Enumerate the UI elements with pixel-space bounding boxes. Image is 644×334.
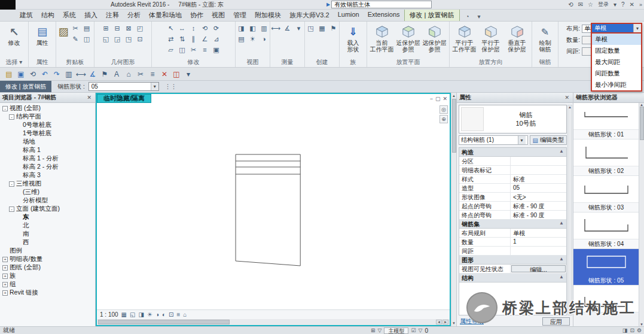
scale-button[interactable]: 1 : 100	[100, 311, 118, 318]
ribbon-tab[interactable]: 插入	[80, 9, 102, 21]
element-filter-combobox[interactable]: 结构钢筋 (1) ▾	[459, 135, 528, 145]
ribbon-tab[interactable]: 体量和场地	[145, 9, 186, 21]
steering-wheel-icon[interactable]: ◎	[439, 105, 448, 114]
type-selector[interactable]: 钢筋 10号筋	[459, 105, 567, 133]
dropdown-option[interactable]: 最大间距	[592, 56, 641, 68]
tool-icon[interactable]: ◧	[248, 23, 258, 33]
window-control-icon[interactable]: ✕	[442, 96, 447, 102]
tool-icon[interactable]: ▥	[259, 23, 269, 33]
tool-icon[interactable]: ∡	[282, 23, 292, 33]
tree-item-label[interactable]: 南	[23, 230, 29, 238]
qat-icon[interactable]: ✂	[135, 69, 146, 80]
ribbon-tab[interactable]: 结构	[37, 9, 59, 21]
tree-item-label[interactable]: 标高 1	[23, 146, 41, 154]
tool-icon[interactable]: ▤	[236, 34, 246, 44]
settings-gear-icon[interactable]: ⚙	[637, 327, 642, 333]
property-row[interactable]: 数量 1	[459, 238, 566, 247]
tool-icon[interactable]: ⟷	[271, 23, 281, 33]
tool-icon[interactable]: ⟲	[200, 23, 210, 33]
modify-button[interactable]: ↖ 修改	[2, 23, 26, 46]
tool-icon[interactable]: ◫	[82, 34, 92, 44]
property-group-header[interactable]: 构造▲	[459, 148, 566, 157]
property-row[interactable]: 起点的弯钩 标准 - 90 度	[459, 202, 566, 211]
select-links-icon[interactable]: ◨	[622, 327, 628, 333]
window-control-icon[interactable]: ▢	[435, 96, 441, 102]
ribbon-tab[interactable]: Lumion	[334, 9, 364, 21]
property-row[interactable]: 间距	[459, 247, 566, 256]
panel-label-select[interactable]: 选择 ▾	[0, 58, 28, 67]
worksets-icon[interactable]: ⊞	[371, 327, 376, 333]
favorites-icon[interactable]: ☆	[588, 1, 593, 8]
tree-item-label[interactable]: 0号墩桩底	[23, 121, 51, 129]
overflow-icon[interactable]: »	[639, 2, 642, 8]
sketch-rebar-button[interactable]: ✎ 绘制 钢筋	[535, 23, 556, 53]
layout-rule-combobox[interactable]: 单根 ▾	[592, 24, 641, 34]
chevron-down-icon[interactable]: ▾	[633, 24, 641, 32]
qat-icon[interactable]: ⟲	[28, 69, 38, 80]
qat-icon[interactable]: A	[111, 69, 122, 80]
parallel-work-plane-button[interactable]: 平行于 工作平面	[452, 23, 477, 53]
paste-button[interactable]: ▨	[59, 23, 69, 40]
mail-icon[interactable]: ✉	[578, 1, 583, 8]
view-control-icon[interactable]: ◐	[162, 311, 166, 318]
chevron-down-icon[interactable]: ▾	[518, 136, 526, 144]
property-value[interactable]: 1	[511, 238, 566, 246]
current-work-plane-button[interactable]: 当前 工作平面	[370, 23, 394, 53]
tree-item-label[interactable]: 标高 2 - 分析	[23, 163, 59, 171]
exclude-options-icon[interactable]: ☑	[411, 327, 416, 333]
tool-icon[interactable]: ↔	[177, 23, 187, 33]
scroll-right-icon[interactable]: ▸	[442, 320, 448, 324]
tree-item[interactable]: 标高 1 - 分析	[0, 154, 95, 163]
tree-item-label[interactable]: 北	[23, 221, 29, 230]
scroll-up-icon[interactable]: ▲	[452, 93, 456, 99]
viewport[interactable]: ◎ ⊕	[97, 103, 450, 309]
tool-icon[interactable]: ◱	[101, 34, 111, 44]
rebar-shape-item-selected[interactable]: 钢筋形状 : 05	[573, 249, 639, 286]
horizontal-scrollbar[interactable]: ◂ ▸	[97, 319, 450, 325]
tool-icon[interactable]: ▱	[166, 45, 176, 54]
tree-item-label[interactable]: 标高 3	[23, 171, 41, 180]
qat-icon[interactable]: ≡	[147, 69, 158, 80]
design-option-box[interactable]: 主模型	[384, 327, 408, 334]
tool-icon[interactable]: ◰	[135, 23, 145, 33]
far-cover-reference-button[interactable]: 远保护层 参照	[422, 23, 447, 53]
edit-type-button[interactable]: ▤ 编辑类型	[530, 135, 567, 145]
qat-icon[interactable]: ✕	[159, 69, 170, 80]
pier-elevation-drawing[interactable]	[97, 103, 450, 309]
rebar-shape-item[interactable]: 钢筋形状 : 04	[573, 212, 639, 249]
chevron-down-icon[interactable]: ▾	[614, 1, 616, 8]
dropdown-option[interactable]: 单根	[592, 34, 641, 45]
property-row[interactable]: 造型 05	[459, 184, 566, 193]
tool-icon[interactable]: ▤	[82, 23, 92, 33]
application-menu-corner[interactable]	[0, 0, 16, 10]
sign-in-button[interactable]: 登录	[598, 1, 609, 8]
properties-button[interactable]: ▤ 属性	[31, 23, 53, 46]
ribbon-tab[interactable]: 协作	[186, 9, 207, 21]
property-row[interactable]: 视图可见性状态 编辑...	[459, 265, 566, 274]
tool-icon[interactable]: ⊞	[101, 23, 111, 33]
tree-item[interactable]: 场地	[0, 138, 95, 146]
property-value[interactable]: 标准 - 90 度	[511, 211, 566, 219]
tree-item-label[interactable]: 分析模型	[23, 196, 48, 205]
close-icon[interactable]: ✕	[630, 1, 634, 8]
chevron-down-icon[interactable]: ▾	[151, 83, 158, 90]
property-value[interactable]: <无>	[511, 193, 566, 201]
tree-expander-icon[interactable]: +	[2, 265, 8, 271]
ribbon-tab[interactable]: 建筑	[16, 9, 37, 21]
tree-expander-icon[interactable]: -	[2, 106, 8, 111]
ribbon-minimize-chevron-icon[interactable]: ▾	[475, 12, 483, 21]
view-control-icon[interactable]: ▦	[121, 311, 127, 318]
property-group-header[interactable]: 结构▲	[459, 274, 566, 283]
tree-item-label[interactable]: 图纸 (全部)	[10, 263, 41, 272]
property-group-header[interactable]: 钢筋集▲	[459, 220, 566, 229]
tool-icon[interactable]: ≡	[200, 45, 210, 54]
property-value[interactable]: 标准	[511, 175, 566, 183]
property-row[interactable]: 终点的弯钩 标准 - 90 度	[459, 211, 566, 220]
qat-icon[interactable]: ⌂	[123, 69, 134, 80]
rebar-shape-item[interactable]: 钢筋形状 : 02	[573, 139, 639, 176]
scroll-left-icon[interactable]: ◂	[436, 320, 442, 324]
qat-icon[interactable]: ▾	[183, 69, 194, 80]
tree-item[interactable]: + 组	[0, 280, 95, 289]
tool-icon[interactable]: ◳	[124, 34, 134, 44]
view-control-icon[interactable]: ⊡	[169, 311, 173, 318]
